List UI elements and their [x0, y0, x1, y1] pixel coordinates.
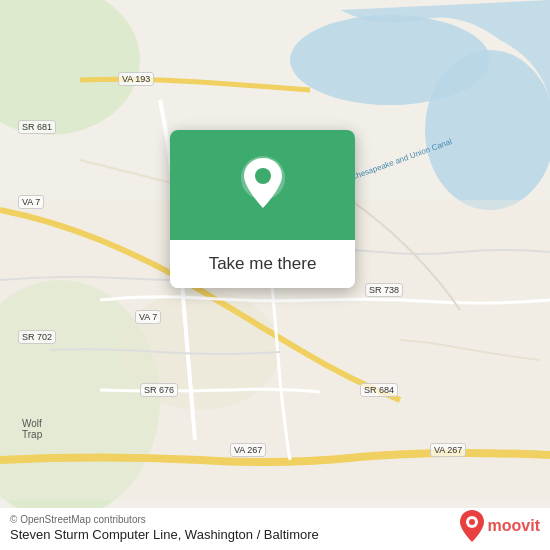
- label-va267-1: VA 267: [230, 443, 266, 457]
- svg-point-2: [0, 0, 140, 135]
- popup-card: Take me there: [170, 130, 355, 288]
- popup-header: [170, 130, 355, 240]
- svg-point-7: [255, 168, 271, 184]
- take-me-there-button[interactable]: Take me there: [180, 254, 345, 274]
- moovit-text: moovit: [488, 517, 540, 535]
- label-sr681: SR 681: [18, 120, 56, 134]
- popup-footer: Take me there: [170, 240, 355, 288]
- label-sr738: SR 738: [365, 283, 403, 297]
- location-pin-icon: [237, 154, 289, 216]
- label-va193: VA 193: [118, 72, 154, 86]
- label-wolf-trap: WolfTrap: [22, 418, 42, 440]
- label-sr676: SR 676: [140, 383, 178, 397]
- svg-point-1: [425, 50, 550, 210]
- label-sr684: SR 684: [360, 383, 398, 397]
- moovit-logo: moovit: [460, 510, 540, 542]
- label-va7-mid: VA 7: [135, 310, 161, 324]
- label-va267-2: VA 267: [430, 443, 466, 457]
- map-container: VA 193 SR 681 VA 7 VA 7 SR 702 SR 738 SR…: [0, 0, 550, 550]
- label-sr702: SR 702: [18, 330, 56, 344]
- moovit-pin-icon: [460, 510, 484, 542]
- label-va7-top: VA 7: [18, 195, 44, 209]
- svg-point-9: [469, 519, 475, 525]
